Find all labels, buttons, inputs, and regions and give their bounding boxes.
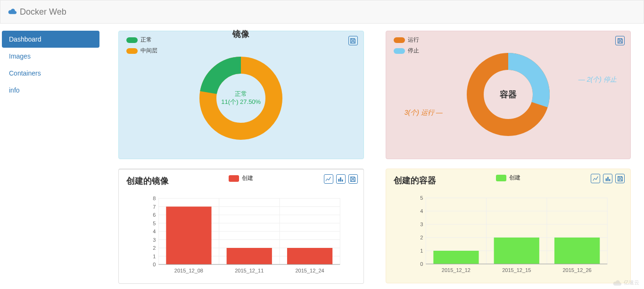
svg-text:4: 4: [153, 229, 156, 234]
svg-text:5: 5: [420, 196, 423, 201]
svg-text:2015_12_08: 2015_12_08: [174, 268, 203, 273]
svg-text:2015_12_26: 2015_12_26: [562, 267, 591, 273]
svg-text:2: 2: [420, 235, 423, 240]
callout-running: 3(个) 运行 —: [405, 109, 443, 117]
legend-swatch-icon: [126, 48, 138, 54]
svg-rect-27: [287, 248, 332, 264]
panel-images-bar: 创建的镜像 创建 0123456782015_12_082015_12_1120…: [118, 169, 364, 284]
center-title: 容器: [500, 89, 517, 100]
legend-swatch-icon: [394, 37, 405, 43]
svg-text:4: 4: [420, 208, 423, 214]
legend-label: 停止: [408, 47, 419, 55]
svg-rect-23: [166, 207, 211, 265]
panel-tools: [591, 174, 625, 183]
legend-label: 正常: [140, 36, 152, 44]
line-chart-icon-button[interactable]: [324, 174, 333, 184]
svg-text:8: 8: [153, 196, 156, 201]
panel-images-donut: 正常 中间层 镜像: [118, 31, 364, 159]
legend-item[interactable]: 运行: [394, 36, 419, 44]
svg-text:1: 1: [420, 248, 423, 254]
legend-item[interactable]: 停止: [394, 47, 419, 55]
main-container: Dashboard Images Containers info 正常 中间层: [0, 24, 644, 284]
legend-swatch-icon: [394, 48, 405, 54]
panel-containers-donut: 运行 停止 容器: [386, 31, 631, 159]
donut-center: 正常 11(个) 27.50%: [221, 90, 261, 106]
line-chart-icon-button[interactable]: [591, 174, 600, 183]
svg-text:5: 5: [153, 221, 156, 226]
svg-text:2015_12_15: 2015_12_15: [502, 267, 531, 273]
svg-text:2: 2: [153, 245, 156, 251]
chart-title: 镜像: [232, 28, 249, 40]
save-icon-button[interactable]: [348, 36, 358, 45]
svg-rect-47: [433, 251, 479, 264]
center-line2: 11(个) 27.50%: [221, 98, 261, 106]
sidebar-item-dashboard[interactable]: Dashboard: [2, 31, 99, 48]
callout-stopped: — 2(个) 停止: [578, 76, 617, 84]
svg-text:0: 0: [420, 261, 423, 267]
sidebar-item-images[interactable]: Images: [2, 48, 99, 65]
legend-item[interactable]: 正常: [126, 36, 157, 44]
donut-chart-containers[interactable]: 容器 3(个) 运行 — — 2(个) 停止: [461, 47, 555, 142]
svg-rect-49: [494, 238, 539, 264]
save-icon-button[interactable]: [348, 174, 358, 184]
cloud-icon: [8, 7, 17, 17]
save-icon-button[interactable]: [615, 174, 625, 183]
bar-chart-containers[interactable]: 0123452015_12_122015_12_152015_12_26: [394, 186, 623, 277]
panel-title: 创建的容器: [394, 176, 436, 185]
svg-text:0: 0: [153, 262, 156, 267]
legend-item[interactable]: 创建: [229, 174, 253, 182]
panel-containers-bar: 创建的容器 创建 0123452015_12_122015_12_152015_…: [386, 169, 631, 283]
legend-containers: 运行 停止: [394, 36, 419, 58]
svg-text:2015_12_24: 2015_12_24: [295, 268, 324, 273]
panel-title: 创建的镜像: [126, 176, 169, 186]
legend-images: 正常 中间层: [126, 36, 157, 58]
legend-label: 运行: [408, 36, 419, 44]
panel-tools: [615, 36, 625, 45]
center-line1: 正常: [221, 90, 261, 98]
legend-label: 创建: [509, 174, 520, 182]
brand[interactable]: Docker Web: [8, 7, 66, 17]
svg-text:6: 6: [153, 212, 156, 218]
sidebar: Dashboard Images Containers info: [0, 31, 101, 284]
panel-tools: [348, 36, 358, 45]
svg-text:1: 1: [153, 254, 156, 259]
right-column: 运行 停止 容器: [386, 31, 631, 284]
legend-label: 创建: [242, 174, 253, 182]
svg-text:2015_12_12: 2015_12_12: [441, 267, 470, 273]
main-content: 正常 中间层 镜像: [101, 31, 644, 284]
donut-chart-images[interactable]: 正常 11(个) 27.50%: [194, 51, 288, 145]
navbar: Docker Web: [0, 0, 644, 24]
legend-item[interactable]: 创建: [496, 174, 520, 182]
legend-swatch-icon: [229, 175, 239, 182]
legend-label: 中间层: [140, 47, 157, 55]
legend-swatch-icon: [126, 37, 138, 43]
svg-rect-51: [554, 238, 599, 264]
save-icon-button[interactable]: [615, 36, 625, 45]
donut-center: 容器: [500, 89, 517, 100]
legend-bar-containers: 创建: [496, 174, 520, 185]
svg-text:7: 7: [153, 204, 156, 210]
legend-item[interactable]: 中间层: [126, 47, 157, 55]
left-column: 正常 中间层 镜像: [118, 31, 364, 284]
sidebar-item-containers[interactable]: Containers: [2, 65, 99, 82]
bar-chart-icon-button[interactable]: [336, 174, 346, 184]
panel-tools: [324, 174, 358, 184]
legend-swatch-icon: [496, 175, 506, 181]
svg-text:3: 3: [153, 237, 156, 243]
bar-chart-icon-button[interactable]: [603, 174, 612, 183]
svg-rect-25: [227, 248, 272, 264]
brand-text: Docker Web: [20, 7, 66, 17]
sidebar-item-info[interactable]: info: [2, 82, 99, 99]
svg-text:3: 3: [420, 221, 423, 227]
legend-bar-images: 创建: [229, 174, 253, 185]
svg-text:2015_12_11: 2015_12_11: [235, 268, 264, 273]
bar-chart-images[interactable]: 0123456782015_12_082015_12_112015_12_24: [126, 187, 356, 278]
watermark: 亿速云: [612, 279, 639, 284]
